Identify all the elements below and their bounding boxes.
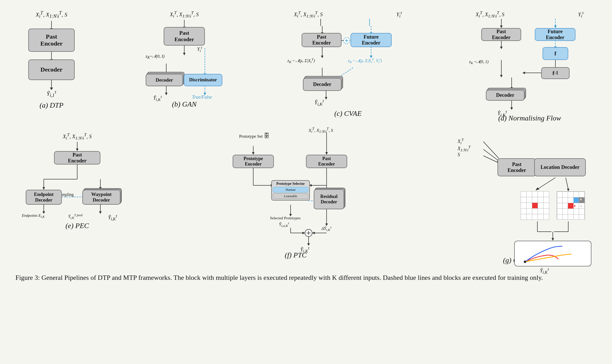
svg-point-104	[524, 261, 526, 263]
panel-gan: XiT, X1:N\iT, S PastEncoder	[135, 10, 233, 108]
ptc-prototype-set-label: Prototype Set 🗄	[239, 133, 269, 139]
gan-output: Ŷi,Kτ	[153, 94, 162, 102]
ptc-human: Human	[273, 187, 308, 193]
ptc-prototype-encoder: PrototypeEncoder	[233, 155, 274, 168]
svg-marker-47	[76, 149, 78, 151]
svg-marker-61	[252, 152, 255, 155]
grid-body: XiT X1:N\iT S PastEncoder Location Decod…	[458, 133, 591, 261]
gan-discriminator-box: Discriminator	[184, 74, 222, 86]
pec-body: PastEncoder Sampling EndpointDecoder Way…	[21, 142, 134, 250]
dtp-decoder: Decoder	[28, 59, 75, 80]
dtp-input-label: XiT, X1:N\iT, S	[36, 10, 67, 19]
nf-output: Ŷi,Kτ	[497, 109, 507, 118]
ptc-residual-decoder: ResidualDecoder	[314, 189, 344, 209]
grid-x1ni: X1:N\iT	[458, 145, 470, 152]
svg-marker-45	[510, 107, 513, 110]
pec-past-encoder: PastEncoder	[54, 151, 100, 164]
nf-body: PastEncoder FutureEncoder f f-1 zK ~𝒩(0,…	[468, 19, 591, 117]
grid-table-1	[521, 191, 549, 220]
svg-marker-39	[522, 72, 525, 74]
svg-marker-63	[325, 152, 328, 155]
dtp-arrow2	[51, 52, 52, 59]
grid-location-decoder: Location Decoder	[534, 158, 586, 176]
svg-line-96	[566, 178, 568, 189]
panel-grid: XiT X1:N\iT S PastEncoder Location Decod…	[452, 133, 597, 264]
gan-mid: zK~𝒩(0, I) Yiτ Decoder Discriminator Ŷi,…	[141, 46, 228, 97]
top-row: XiT, X1:N\iT, S PastEncoder Decoder Ŷi,1…	[15, 10, 597, 122]
nf-input-right: Yiτ	[578, 10, 584, 19]
gan-svg	[141, 46, 228, 97]
svg-marker-41	[500, 75, 503, 77]
ptc-ya: Ŷi,a,Kτ	[279, 221, 289, 228]
svg-marker-83	[302, 232, 305, 234]
ptc-body: Prototype Set 🗄 XiT, X1:N\iT, S Prototyp…	[213, 133, 378, 261]
grid-output: Ŷi,Kτ	[540, 267, 549, 275]
cvae-input-arrow-right	[369, 19, 370, 26]
nf-input-left: XiT, X1:N\iT, S	[476, 10, 504, 19]
svg-marker-34	[500, 47, 503, 49]
panel-nf: XiT, X1:N\iT, S Yiτ	[463, 10, 597, 122]
nf-decoder: Decoder	[486, 90, 524, 101]
nf-future-encoder: FutureEncoder	[535, 28, 575, 41]
dtp-past-encoder: PastEncoder	[28, 29, 75, 52]
panel-pec: XiT, X1:N\iT, S	[15, 133, 139, 230]
grid-s: S	[458, 152, 460, 158]
nf-zk: zK ~𝒩(0, 1)	[469, 59, 488, 65]
pec-output: Ŷi,Kτ	[108, 213, 117, 221]
cvae-zk-right: zK ~ 𝒩(μ, Σ|XiT, Yiτ)	[348, 57, 382, 64]
dtp-output-label: Ŷi,1τ	[47, 89, 56, 98]
svg-marker-15	[321, 56, 324, 58]
svg-marker-1	[183, 53, 186, 55]
ptc-past-encoder: PastEncoder	[306, 155, 347, 168]
bottom-row: XiT, X1:N\iT, S	[15, 133, 597, 264]
svg-marker-51	[42, 187, 45, 190]
pec-waypoint-wrap: WaypointDecoder	[82, 190, 120, 205]
grid-1	[521, 191, 549, 220]
gan-yi: Yiτ	[197, 46, 202, 53]
panel-dtp: XiT, X1:N\iT, S PastEncoder Decoder Ŷi,1…	[15, 10, 88, 109]
svg-line-94	[537, 178, 555, 189]
nf-inputs: XiT, X1:N\iT, S Yiτ	[476, 10, 584, 19]
svg-marker-32	[554, 25, 557, 28]
panel-cvae: XiT, X1:N\iT, S Yiτ	[281, 10, 415, 118]
svg-marker-95	[536, 187, 539, 190]
gan-label: (b) GAN	[172, 100, 197, 108]
grid-2-canvas: ✕ ●→	[557, 191, 585, 220]
gan-decoder: Decoder	[146, 74, 183, 86]
pec-ypred: Ŷi,KT pred	[68, 213, 83, 220]
gan-zk: zK~𝒩(0, I)	[146, 54, 164, 60]
grid-past-encoder: PastEncoder	[497, 158, 536, 176]
pec-endpoint-decoder: EndpointDecoder	[26, 190, 62, 205]
main-container: XiT, X1:N\iT, S PastEncoder Decoder Ŷi,1…	[15, 10, 597, 283]
ptc-input: XiT, X1:N\iT, S	[309, 127, 333, 134]
ptc-output: Ŷi,Kτ	[300, 246, 309, 254]
svg-marker-103	[552, 238, 554, 241]
gan-input: XiT, X1:N\iT, S	[170, 10, 199, 19]
svg-marker-28	[325, 97, 327, 100]
dtp-arrow1	[51, 21, 52, 29]
figure-caption: Figure 3: General Pipelines of DTP and M…	[15, 273, 582, 283]
svg-marker-30	[500, 25, 503, 28]
cvae-zk-left: zK ~ 𝒩(μ, Σ|XiT)	[287, 57, 315, 64]
cvae-inputs: XiT, X1:N\iT, S Yiτ	[294, 10, 402, 19]
ptc-residual-wrap: ResidualDecoder	[314, 189, 344, 209]
cvae-future-encoder: FutureEncoder	[351, 33, 392, 47]
svg-line-88	[483, 142, 499, 158]
cvae-label: (c) CVAE	[334, 109, 362, 118]
pec-waypoint-decoder: WaypointDecoder	[82, 190, 120, 205]
gan-past-encoder: PastEncoder	[164, 27, 205, 46]
cvae-input-right: Yiτ	[396, 10, 402, 19]
pec-endpoints: Endpoints Ei,K	[22, 213, 45, 219]
cvae-body: PastEncoder FutureEncoder zK ~ 𝒩(μ, Σ|Xi…	[286, 19, 410, 106]
dtp-arrow3	[51, 80, 52, 88]
cvae-output: Ŷi,Kτ	[314, 99, 324, 107]
gan-decoder-stack: Decoder	[146, 74, 183, 86]
grid-table-2: ✕ ●→	[557, 192, 585, 220]
panel-ptc: Prototype Set 🗄 XiT, X1:N\iT, S Prototyp…	[208, 133, 383, 259]
cvae-decoder-wrap: Decoder	[303, 78, 342, 91]
cvae-decoder: Decoder	[303, 78, 342, 91]
svg-marker-85	[312, 232, 315, 234]
nf-f-block: f	[543, 47, 568, 60]
svg-marker-59	[99, 211, 102, 214]
grid-trajectory-box	[514, 241, 591, 266]
